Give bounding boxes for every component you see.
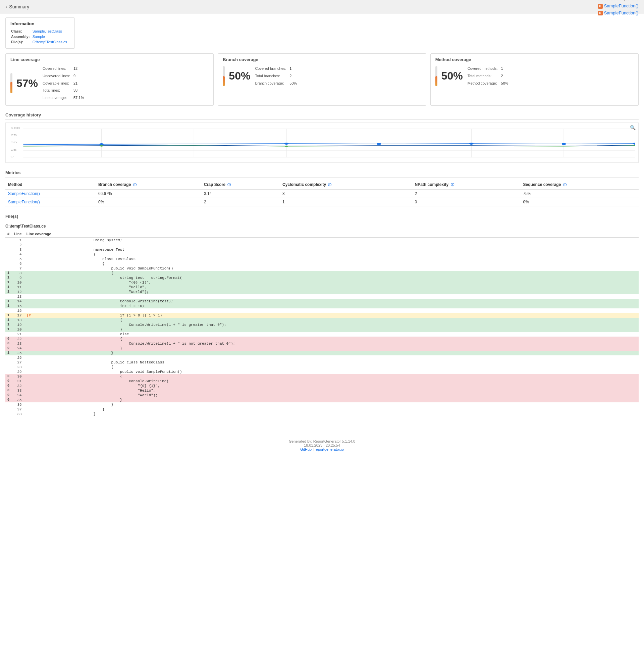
code-cell-hash [5,402,12,407]
code-cell-code: { [92,365,639,369]
code-cell-code [92,243,639,247]
branch-coverage-bar [223,66,225,86]
code-cell-line: 16 [12,308,24,313]
code-cell-line: 21 [12,332,24,337]
metrics-row-1-branch: 66.67% [96,189,201,198]
code-cell-line: 35 [12,398,24,402]
metrics-col-cyclomatic: Cyclomatic complexity ⓘ [280,180,412,190]
file-path: C:\temp\TestClass.cs [5,224,639,229]
code-cell-line: 20 [12,327,24,332]
line-coverage-title: Line coverage [10,57,209,62]
code-cell-hash [5,238,12,243]
code-cell-coverage [24,318,92,322]
code-cell-code: if (i > 0 || i > 1) [92,313,639,318]
line-coverage-stats: Covered lines:12 Uncovered lines:9 Cover… [42,65,85,102]
code-cell-code: { [92,261,639,266]
back-arrow-icon[interactable]: ‹ [5,4,7,10]
code-cell-coverage [24,346,92,351]
line-coverage-body: 57% Covered lines:12 Uncovered lines:9 C… [10,65,209,102]
metrics-row-2-branch: 0% [96,198,201,206]
code-cell-coverage [24,322,92,327]
lc-stat-val-5: 57.1% [73,95,84,101]
code-cell-coverage [24,243,92,247]
code-cell-code: Console.WriteLine(test); [92,299,639,304]
code-cell-line: 13 [12,294,24,299]
code-cell-hash: 0 [5,384,12,388]
zoom-icon[interactable]: 🔍 [630,125,636,130]
branch-coverage-stats: Covered branches:1 Total branches:2 Bran… [254,65,298,87]
code-col-line: Line [12,231,24,238]
code-cell-line: 32 [12,384,24,388]
methods-properties-label: Methods/Properties [598,0,639,1]
cyclomatic-info-icon[interactable]: ⓘ [328,183,331,187]
code-cell-hash: 1 [5,299,12,304]
code-cell-code: int i = 10; [92,304,639,308]
code-cell-code: { [92,337,639,341]
bc-stat-val-2: 2 [289,73,297,80]
code-row: 36 } [5,402,639,407]
code-cell-hash [5,369,12,374]
sequence-info-icon[interactable]: ⓘ [563,183,567,187]
code-cell-code [92,294,639,299]
code-cell-hash: 1 [5,285,12,290]
bc-stat-label-1: Covered branches: [255,65,289,72]
metrics-row-1-sequence: 75% [521,189,639,198]
code-cell-line: 37 [12,407,24,412]
mc-stat-val-3: 50% [501,80,508,87]
code-row: 117|P if (i > 0 || i > 1) [5,313,639,318]
metrics-col-crap: Crap Score ⓘ [201,180,280,190]
code-row: 19 string test = string.Format( [5,276,639,280]
code-col-hash: # [5,231,12,238]
code-cell-line: 33 [12,388,24,393]
metrics-row-1-npath: 2 [412,189,520,198]
metrics-row-2-npath: 0 [412,198,520,206]
metrics-section: Metrics Method Branch coverage ⓘ Crap Sc… [5,168,639,206]
lc-stat-val-1: 12 [73,65,84,72]
footer-reportgenerator-link[interactable]: reportgenerator.io [315,447,344,451]
code-cell-hash: 1 [5,322,12,327]
code-cell-code: using System; [92,238,639,243]
footer-github-link[interactable]: GitHub [300,447,312,451]
code-cell-line: 34 [12,393,24,398]
code-cell-line: 22 [12,337,24,341]
code-cell-code: } [92,407,639,412]
method-link-2[interactable]: ▶ SampleFunction() [598,10,639,17]
code-cell-code: { [92,271,639,276]
method-link-1[interactable]: ▶ SampleFunction() [598,3,639,10]
code-row: 38} [5,412,639,416]
code-cell-line: 26 [12,355,24,360]
code-col-coverage: Line coverage [24,231,92,238]
code-cell-hash [5,360,12,365]
code-cell-code [92,355,639,360]
code-cell-hash: 1 [5,313,12,318]
code-row: 21 else [5,332,639,337]
code-row: 26 [5,355,639,360]
code-cell-hash [5,252,12,257]
code-row: 2 [5,243,639,247]
code-cell-code: namespace Test [92,247,639,252]
main-content: Information Class: Sample.TestClass Asse… [0,13,644,426]
crap-info-icon[interactable]: ⓘ [227,183,231,187]
code-row: 27 public class NestedClass [5,360,639,365]
code-cell-line: 28 [12,365,24,369]
metrics-row-2-method: SampleFunction() [5,198,96,206]
method-coverage-body: 50% Covered methods:1 Total methods:2 Me… [435,65,634,87]
lc-stat-val-4: 38 [73,87,84,94]
branch-info-icon[interactable]: ⓘ [133,183,137,187]
code-cell-hash [5,257,12,261]
coverage-history-section: Coverage history 🔍 100 75 50 25 0 [5,110,639,163]
method-coverage-card: Method coverage 50% Covered methods:1 To… [430,53,639,106]
code-cell-line: 15 [12,304,24,308]
code-row: 13 [5,294,639,299]
line-coverage-percent: 57% [16,77,38,90]
code-cell-coverage [24,257,92,261]
code-cell-coverage [24,407,92,412]
footer-date: 18.01.2023 - 20:25:54 [7,443,637,447]
npath-info-icon[interactable]: ⓘ [451,183,454,187]
line-coverage-card: Line coverage 57% Covered lines:12 Uncov… [5,53,214,106]
code-col-code [92,231,639,238]
header-title: Summary [9,4,29,9]
method-link-1-label: SampleFunction() [604,3,639,10]
code-cell-hash: 0 [5,393,12,398]
code-cell-line: 8 [12,271,24,276]
